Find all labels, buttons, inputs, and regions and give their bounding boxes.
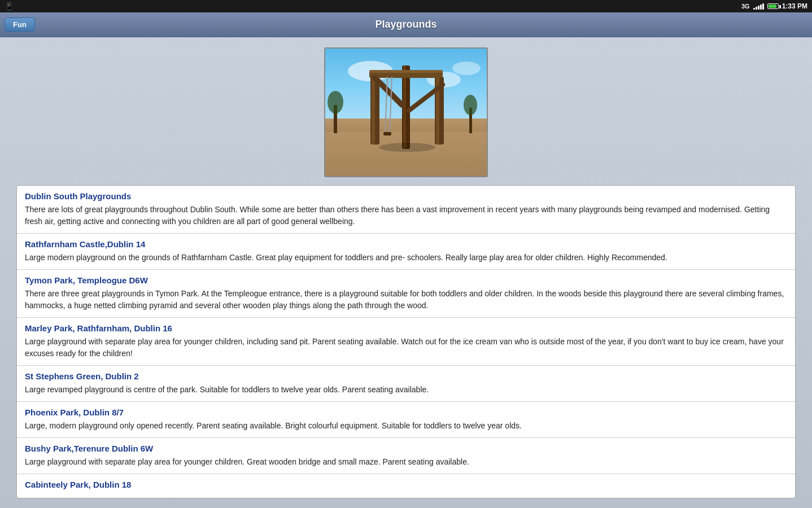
device-icon: 📱 (5, 2, 14, 11)
battery-icon (767, 3, 779, 9)
section-body-marley-park: Large playground with separate play area… (25, 336, 787, 360)
section-title-rathfarnham-castle: Rathfarnham Castle,Dublin 14 (25, 239, 787, 249)
main-content: Dublin South Playgrounds There are lots … (0, 37, 812, 508)
section-marley-park[interactable]: Marley Park, Rathfarnham, Dublin 16 Larg… (17, 318, 795, 366)
status-right: 3G 1:33 PM (741, 2, 807, 10)
section-title-phoenix-park: Phoenix Park, Dublin 8/7 (25, 408, 787, 417)
section-body-bushy-park: Large playground with separate play area… (25, 456, 787, 468)
section-tymon-park[interactable]: Tymon Park, Templeogue D6W There are thr… (17, 270, 795, 318)
app-header: Fun Playgrounds (0, 12, 812, 37)
svg-point-21 (379, 143, 435, 152)
section-dublin-south: Dublin South Playgrounds There are lots … (17, 186, 795, 234)
section-body-rathfarnham-castle: Large modern playground on the grounds o… (25, 252, 787, 264)
status-bar: 📱 3G 1:33 PM (0, 0, 812, 12)
svg-rect-5 (372, 71, 375, 144)
back-button[interactable]: Fun (5, 17, 35, 32)
hero-image (324, 47, 488, 177)
section-body-st-stephens-green: Large revamped playground is centre of t… (25, 384, 787, 396)
svg-rect-11 (369, 70, 443, 73)
section-title-bushy-park: Bushy Park,Terenure Dublin 6W (25, 444, 787, 453)
svg-line-15 (390, 77, 392, 133)
section-body-tymon-park: There are three great playgrounds in Tym… (25, 288, 787, 312)
section-title-st-stephens-green: St Stephens Green, Dublin 2 (25, 371, 787, 381)
section-title-marley-park: Marley Park, Rathfarnham, Dublin 16 (25, 323, 787, 333)
playground-svg (325, 49, 488, 177)
svg-point-18 (328, 91, 343, 113)
header-title: Playgrounds (375, 19, 436, 30)
section-cabinteely-park[interactable]: Cabinteely Park, Dublin 18 (17, 474, 795, 498)
time-display: 1:33 PM (782, 2, 807, 10)
section-body-dublin-south: There are lots of great playgrounds thro… (25, 204, 787, 227)
content-list: Dublin South Playgrounds There are lots … (16, 185, 796, 498)
svg-point-20 (464, 95, 477, 115)
section-title-dublin-south: Dublin South Playgrounds (25, 191, 787, 201)
svg-rect-16 (383, 132, 391, 135)
section-st-stephens-green[interactable]: St Stephens Green, Dublin 2 Large revamp… (17, 366, 795, 402)
section-rathfarnham-castle[interactable]: Rathfarnham Castle,Dublin 14 Large moder… (17, 234, 795, 270)
network-type-label: 3G (741, 3, 750, 10)
section-phoenix-park[interactable]: Phoenix Park, Dublin 8/7 Large, modern p… (17, 402, 795, 438)
section-title-cabinteely-park: Cabinteely Park, Dublin 18 (25, 480, 787, 489)
section-body-phoenix-park: Large, modern playground only opened rec… (25, 420, 787, 432)
svg-point-2 (452, 62, 481, 75)
status-left: 📱 (5, 2, 14, 11)
section-bushy-park[interactable]: Bushy Park,Terenure Dublin 6W Large play… (17, 438, 795, 474)
section-title-tymon-park: Tymon Park, Templeogue D6W (25, 275, 787, 285)
signal-bars-icon (753, 3, 764, 10)
